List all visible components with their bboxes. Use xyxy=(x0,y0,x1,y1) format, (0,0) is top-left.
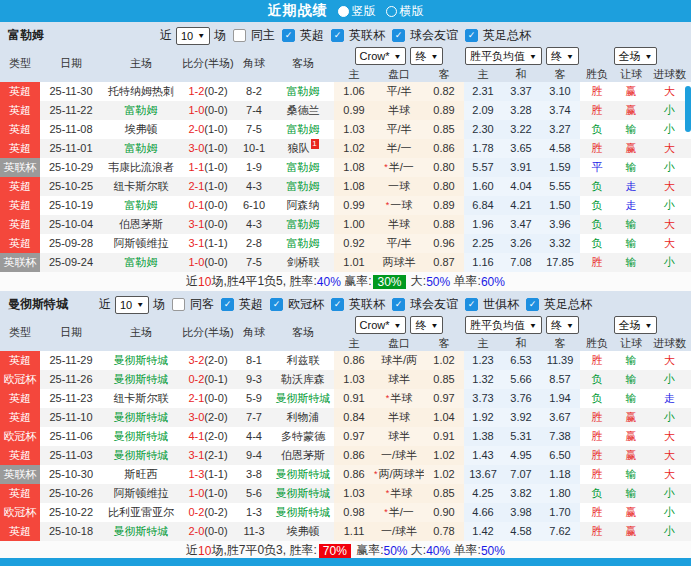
league-checkbox[interactable]: ✓ xyxy=(221,298,234,311)
home-team[interactable]: 阿斯顿维拉 xyxy=(102,484,180,503)
avg-header-select[interactable]: 胜平负均值▼ xyxy=(465,316,542,334)
score-cell: 2-1(1-0) xyxy=(180,177,236,196)
fulltime-score: 2-0 xyxy=(188,525,204,537)
recent-count-select[interactable]: 10▼ xyxy=(176,27,210,45)
result-outcome: 负 xyxy=(580,215,614,234)
home-team[interactable]: 伯恩茅斯 xyxy=(102,215,180,234)
league-checkbox[interactable]: ✓ xyxy=(282,29,295,42)
league-checkbox[interactable]: ✓ xyxy=(270,298,283,311)
scope-select[interactable]: 全场▼ xyxy=(614,47,658,65)
away-team[interactable]: 利兹联 xyxy=(272,351,334,370)
odds-company-select-value: Crow* xyxy=(360,319,390,331)
league-filter-label: 世俱杯 xyxy=(483,296,519,313)
home-team[interactable]: 曼彻斯特城 xyxy=(102,522,180,541)
league-checkbox[interactable]: ✓ xyxy=(331,29,344,42)
result-outcome: 负 xyxy=(580,177,614,196)
home-team[interactable]: 比利亚雷亚尔 xyxy=(102,503,180,522)
odds-company-select[interactable]: Crow*▼ xyxy=(355,316,407,334)
horizontal-scrollbar[interactable] xyxy=(0,558,691,566)
away-team[interactable]: 富勒姆 xyxy=(272,234,334,253)
league-checkbox[interactable]: ✓ xyxy=(392,29,405,42)
away-team[interactable]: 伯恩茅斯 xyxy=(272,446,334,465)
home-team[interactable]: 曼彻斯特城 xyxy=(102,408,180,427)
away-team[interactable]: 多特蒙德 xyxy=(272,427,334,446)
home-team[interactable]: 曼彻斯特城 xyxy=(102,427,180,446)
home-team[interactable]: 富勒姆 xyxy=(102,253,180,272)
away-team[interactable]: 曼彻斯特城 xyxy=(272,389,334,408)
home-team[interactable]: 曼彻斯特城 xyxy=(102,446,180,465)
odds-home: 0.86 xyxy=(334,446,374,465)
home-team[interactable]: 埃弗顿 xyxy=(102,120,180,139)
away-team[interactable]: 曼彻斯特城 xyxy=(272,465,334,484)
column-subheader: 胜负 xyxy=(580,67,614,82)
league-badge: 英联杯 xyxy=(0,253,40,272)
away-team[interactable]: 富勒姆 xyxy=(272,215,334,234)
odds-final-select[interactable]: 终▼ xyxy=(410,316,443,334)
away-team[interactable]: 阿森纳 xyxy=(272,196,334,215)
home-team[interactable]: 纽卡斯尔联 xyxy=(102,177,180,196)
home-team[interactable]: 纽卡斯尔联 xyxy=(102,389,180,408)
layout-radio-selected[interactable]: 竖版 xyxy=(338,3,376,20)
away-team[interactable]: 富勒姆 xyxy=(272,158,334,177)
scope-select[interactable]: 全场▼ xyxy=(614,316,658,334)
home-team[interactable]: 曼彻斯特城 xyxy=(102,370,180,389)
result-outcome: 负 xyxy=(580,389,614,408)
summary-text: 场,胜7平0负3, 胜率: xyxy=(211,542,316,559)
away-team[interactable]: 狼队1 xyxy=(272,139,334,158)
score-cell: 3-1(2-1) xyxy=(180,446,236,465)
away-team[interactable]: 曼彻斯特城 xyxy=(272,484,334,503)
corners: 7-7 xyxy=(236,408,272,427)
odds-home: 1.01 xyxy=(334,253,374,272)
away-team[interactable]: 埃弗顿 xyxy=(272,522,334,541)
team-name[interactable]: 曼彻斯特城 xyxy=(8,296,68,313)
home-team[interactable]: 曼彻斯特城 xyxy=(102,351,180,370)
odds-home: 1.00 xyxy=(334,215,374,234)
column-header: 日期 xyxy=(40,325,102,340)
league-checkbox[interactable]: ✓ xyxy=(526,298,539,311)
league-checkbox[interactable]: ✓ xyxy=(392,298,405,311)
layout-radio-option[interactable]: 横版 xyxy=(386,3,424,20)
away-team[interactable]: 富勒姆 xyxy=(272,177,334,196)
away-team[interactable]: 富勒姆 xyxy=(272,120,334,139)
odds-final-select[interactable]: 终▼ xyxy=(410,47,443,65)
away-team[interactable]: 曼彻斯特城 xyxy=(272,503,334,522)
result-handicap: 赢 xyxy=(614,101,648,120)
avg-lose: 1.50 xyxy=(540,196,580,215)
same-venue-checkbox[interactable] xyxy=(233,29,246,42)
away-team[interactable]: 利物浦 xyxy=(272,408,334,427)
league-checkbox[interactable]: ✓ xyxy=(465,29,478,42)
vertical-scrollbar-thumb[interactable] xyxy=(685,86,691,132)
avg-win: 1.38 xyxy=(464,427,502,446)
avg-final-select[interactable]: 终▼ xyxy=(546,47,579,65)
asterisk-marker: * xyxy=(386,393,390,403)
away-team[interactable]: 勒沃库森 xyxy=(272,370,334,389)
league-badge: 英超 xyxy=(0,196,40,215)
away-team[interactable]: 桑德兰 xyxy=(272,101,334,120)
score-cell: 3-0(1-0) xyxy=(180,139,236,158)
league-badge: 英超 xyxy=(0,234,40,253)
same-venue-checkbox[interactable] xyxy=(172,298,185,311)
avg-header-select[interactable]: 胜平负均值▼ xyxy=(465,47,542,65)
avg-final-select[interactable]: 终▼ xyxy=(546,316,579,334)
home-team[interactable]: 斯旺西 xyxy=(102,465,180,484)
recent-count-select[interactable]: 10▼ xyxy=(115,296,149,314)
away-team[interactable]: 富勒姆 xyxy=(272,82,334,101)
chevron-down-icon: ▼ xyxy=(529,52,537,60)
league-type-cell: 英超 xyxy=(0,446,40,465)
home-team[interactable]: 富勒姆 xyxy=(102,101,180,120)
away-team[interactable]: 剑桥联 xyxy=(272,253,334,272)
home-team[interactable]: 富勒姆 xyxy=(102,139,180,158)
same-venue-label: 同主 xyxy=(251,27,275,44)
league-checkbox[interactable]: ✓ xyxy=(331,298,344,311)
team-name[interactable]: 富勒姆 xyxy=(8,27,44,44)
home-team[interactable]: 韦康比流浪者 xyxy=(102,158,180,177)
column-subheader: 客 xyxy=(424,67,464,82)
home-team[interactable]: 富勒姆 xyxy=(102,196,180,215)
avg-win: 1.78 xyxy=(464,139,502,158)
column-subheader: 主 xyxy=(334,67,374,82)
league-type-cell: 英超 xyxy=(0,82,40,101)
odds-company-select[interactable]: Crow*▼ xyxy=(355,47,407,65)
home-team[interactable]: 托特纳姆热刺 xyxy=(102,82,180,101)
home-team[interactable]: 阿斯顿维拉 xyxy=(102,234,180,253)
league-checkbox[interactable]: ✓ xyxy=(465,298,478,311)
